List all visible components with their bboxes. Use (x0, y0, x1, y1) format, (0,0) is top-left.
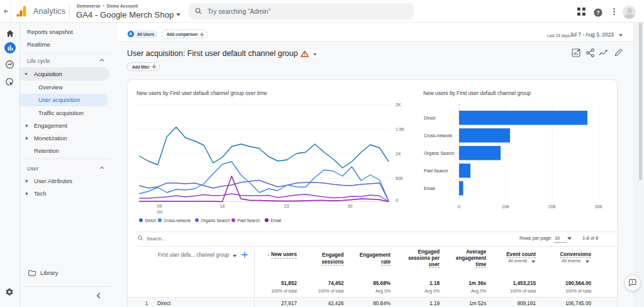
svg-text:Direct: Direct (145, 218, 156, 223)
svg-text:Email: Email (271, 218, 282, 223)
svg-text:23: 23 (284, 204, 289, 208)
svg-text:Direct: Direct (424, 116, 435, 120)
svg-text:0: 0 (396, 198, 398, 203)
svg-text:Cross-network: Cross-network (164, 218, 191, 223)
svg-text:10K: 10K (502, 204, 510, 209)
svg-text:20K: 20K (548, 204, 557, 209)
svg-text:New users by First user defaul: New users by First user default channel … (423, 90, 531, 96)
svg-text:09: 09 (157, 204, 162, 208)
svg-text:2K: 2K (396, 103, 401, 107)
svg-text:Cross-network: Cross-network (424, 133, 453, 138)
svg-text:16: 16 (220, 204, 225, 208)
svg-text:1K: 1K (396, 152, 401, 156)
svg-text:30K: 30K (595, 204, 603, 209)
svg-text:Organic Search: Organic Search (201, 218, 230, 223)
svg-text:New users by First user defaul: New users by First user default channel … (136, 90, 267, 96)
svg-text:Paid Search: Paid Search (238, 218, 260, 223)
svg-text:30: 30 (348, 204, 353, 208)
svg-text:Jul: Jul (157, 209, 162, 214)
svg-text:Email: Email (424, 186, 435, 191)
svg-text:500: 500 (396, 176, 403, 181)
svg-text:?: ? (596, 9, 600, 16)
svg-text:1.5K: 1.5K (396, 127, 405, 131)
svg-text:Organic Search: Organic Search (424, 151, 455, 156)
svg-text:Paid Search: Paid Search (424, 169, 448, 173)
svg-text:0: 0 (458, 204, 460, 209)
